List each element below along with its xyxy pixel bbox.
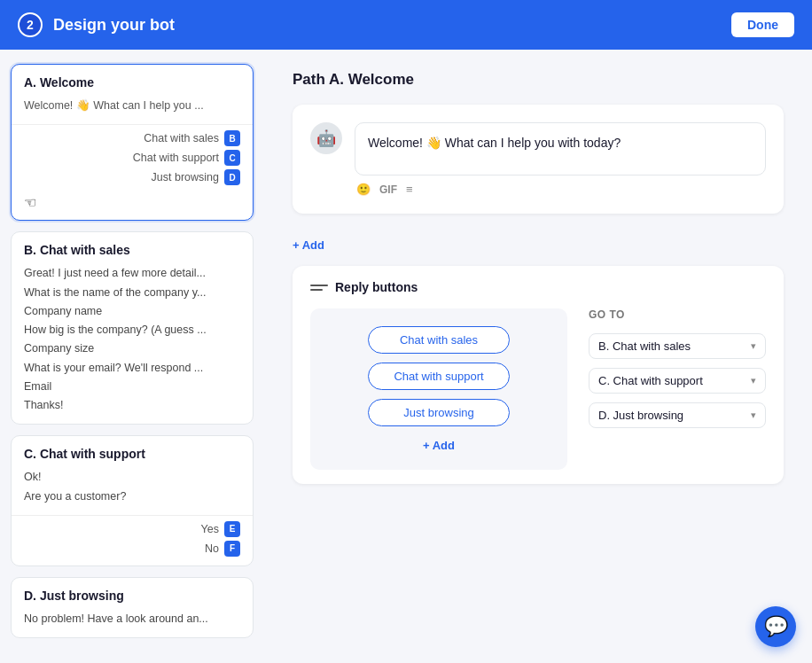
- cursor-icon: ☜: [24, 194, 36, 211]
- goto-browsing-value: D. Just browsing: [598, 409, 683, 422]
- card-c-title: C. Chat with support: [12, 436, 253, 466]
- reply-buttons-title: Reply buttons: [310, 280, 766, 294]
- card-b-item-1: Great! I just need a few more detail...: [24, 264, 240, 283]
- header-left: 2 Design your bot: [18, 12, 175, 37]
- chat-preview-card: 🤖 Welcome! 👋 What can I help you with to…: [293, 105, 784, 214]
- chat-bubble-area: Welcome! 👋 What can I help you with toda…: [355, 122, 766, 196]
- chat-add-button[interactable]: + Add: [293, 238, 324, 252]
- option-chat-support-label: Chat with support: [133, 152, 219, 164]
- reply-btn-just-browsing[interactable]: Just browsing: [368, 399, 510, 426]
- support-fab[interactable]: 💬: [755, 606, 796, 647]
- card-b-item-7: Email: [24, 378, 240, 396]
- option-chat-support: Chat with support C: [133, 150, 240, 166]
- card-d-title: D. Just browsing: [12, 578, 253, 608]
- header: 2 Design your bot Done: [0, 0, 812, 50]
- step-badge: 2: [18, 12, 43, 37]
- card-b-item-3: Company name: [24, 302, 240, 321]
- option-no: No F: [205, 541, 240, 557]
- option-chat-sales-badge: B: [224, 130, 240, 146]
- option-chat-support-badge: C: [224, 150, 240, 166]
- card-b-body: Great! I just need a few more detail... …: [12, 262, 253, 424]
- support-fab-icon: 💬: [764, 615, 788, 638]
- goto-support-value: C. Chat with support: [598, 374, 703, 387]
- option-chat-sales: Chat with sales B: [144, 130, 240, 146]
- sidebar: A. Welcome Welcome! 👋 What can I help yo…: [0, 50, 264, 663]
- option-chat-sales-label: Chat with sales: [144, 132, 219, 144]
- reply-buttons-preview: Chat with sales Chat with support Just b…: [310, 308, 567, 470]
- card-b-chat-sales[interactable]: B. Chat with sales Great! I just need a …: [11, 231, 254, 425]
- card-c-chat-support[interactable]: C. Chat with support Ok! Are you a custo…: [11, 435, 254, 566]
- card-b-item-4: How big is the company? (A guess ...: [24, 321, 240, 339]
- option-yes-label: Yes: [201, 523, 219, 535]
- card-c-item-2: Are you a customer?: [24, 488, 240, 506]
- card-a-welcome[interactable]: A. Welcome Welcome! 👋 What can I help yo…: [11, 64, 254, 221]
- goto-select-browsing[interactable]: D. Just browsing ▾: [589, 402, 766, 428]
- card-a-options: Chat with sales B Chat with support C Ju…: [12, 124, 253, 220]
- chat-toolbar: 🙂 GIF ≡: [355, 183, 766, 196]
- chevron-down-icon-browsing: ▾: [751, 410, 756, 421]
- card-b-title: B. Chat with sales: [12, 232, 253, 262]
- card-d-body: No problem! Have a look around an...: [12, 608, 253, 637]
- chat-bubble[interactable]: Welcome! 👋 What can I help you with toda…: [355, 122, 766, 176]
- option-yes: Yes E: [201, 521, 240, 537]
- emoji-icon[interactable]: 🙂: [356, 183, 371, 196]
- goto-sales-value: B. Chat with sales: [598, 339, 691, 353]
- card-a-preview: Welcome! 👋 What can I help you ...: [12, 95, 253, 124]
- path-title: Path A. Welcome: [293, 71, 784, 89]
- card-a-title: A. Welcome: [12, 65, 253, 95]
- card-d-item-1: No problem! Have a look around an...: [24, 610, 240, 628]
- reply-btn-chat-support[interactable]: Chat with support: [368, 363, 510, 390]
- card-c-item-1: Ok!: [24, 468, 240, 487]
- goto-select-sales[interactable]: B. Chat with sales ▾: [589, 333, 766, 359]
- chevron-down-icon-sales: ▾: [751, 340, 756, 352]
- goto-select-support[interactable]: C. Chat with support ▾: [589, 368, 766, 394]
- option-yes-badge: E: [224, 521, 240, 537]
- go-to-label: Go to: [589, 308, 766, 321]
- header-title: Design your bot: [53, 16, 175, 35]
- option-just-browsing-label: Just browsing: [152, 171, 219, 183]
- option-no-badge: F: [224, 541, 240, 557]
- done-button[interactable]: Done: [731, 12, 794, 37]
- card-d-just-browsing[interactable]: D. Just browsing No problem! Have a look…: [11, 577, 254, 638]
- reply-buttons-card: Reply buttons Chat with sales Chat with …: [293, 266, 784, 484]
- main-layout: A. Welcome Welcome! 👋 What can I help yo…: [0, 50, 812, 663]
- chevron-down-icon-support: ▾: [751, 375, 756, 386]
- text-format-icon[interactable]: ≡: [406, 183, 413, 196]
- option-just-browsing-badge: D: [224, 169, 240, 185]
- reply-buttons-icon: [310, 282, 328, 292]
- bot-avatar: 🤖: [310, 122, 342, 154]
- card-b-item-2: What is the name of the company y...: [24, 284, 240, 302]
- card-c-body: Ok! Are you a customer?: [12, 466, 253, 515]
- option-no-label: No: [205, 542, 219, 555]
- card-b-item-6: What is your email? We'll respond ...: [24, 359, 240, 378]
- chat-bubble-text: Welcome! 👋 What can I help you with toda…: [368, 136, 621, 150]
- reply-buttons-label: Reply buttons: [335, 280, 418, 294]
- card-b-item-5: Company size: [24, 339, 240, 358]
- gif-label[interactable]: GIF: [379, 183, 397, 196]
- option-just-browsing: Just browsing D: [152, 169, 240, 185]
- card-c-options: Yes E No F: [12, 515, 253, 566]
- go-to-area: Go to B. Chat with sales ▾ C. Chat with …: [589, 308, 766, 428]
- card-a-preview-text: Welcome! 👋 What can I help you ...: [24, 99, 204, 112]
- reply-buttons-layout: Chat with sales Chat with support Just b…: [310, 308, 766, 470]
- reply-add-button[interactable]: + Add: [423, 439, 455, 452]
- right-panel: Path A. Welcome 🤖 Welcome! 👋 What can I …: [264, 50, 812, 663]
- reply-btn-chat-sales[interactable]: Chat with sales: [368, 326, 510, 354]
- card-b-item-8: Thanks!: [24, 396, 240, 415]
